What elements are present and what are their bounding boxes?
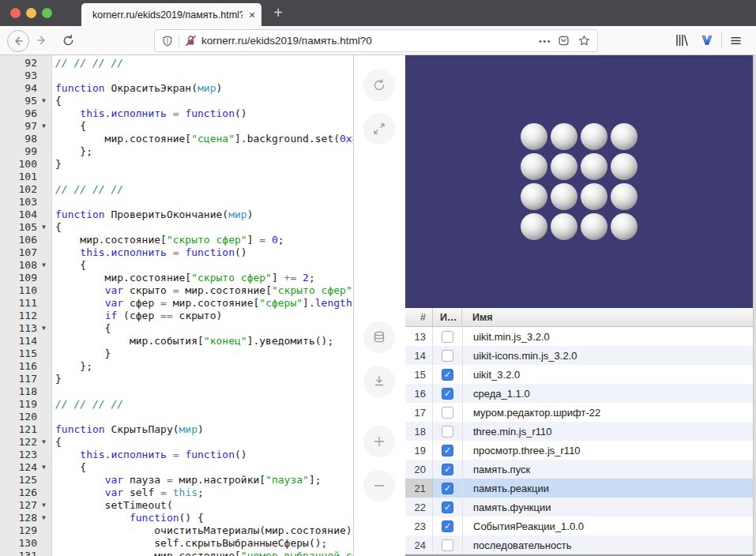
reload-button[interactable] — [58, 30, 78, 51]
scene[interactable] — [405, 55, 756, 308]
pocket-save-icon[interactable] — [557, 34, 570, 47]
checked-checkbox[interactable] — [442, 502, 453, 513]
fold-arrow-icon[interactable]: ▼ — [37, 259, 51, 272]
game-sphere[interactable] — [581, 123, 607, 150]
table-row[interactable]: 23СобытияРеакции_1.0.0 — [405, 517, 756, 535]
unchecked-checkbox[interactable] — [442, 407, 453, 419]
gutter-line[interactable]: 116 — [0, 360, 51, 373]
game-sphere[interactable] — [551, 213, 577, 240]
code-line[interactable]: this.исполнить = function() — [55, 449, 353, 461]
code-line[interactable]: очиститьМатериалы(мир.состояние); — [55, 524, 353, 537]
table-row[interactable]: 19просмотр.three.js_r110 — [405, 441, 756, 460]
gutter-line[interactable]: 118 — [0, 385, 51, 398]
game-sphere[interactable] — [521, 123, 547, 150]
game-sphere[interactable] — [611, 153, 638, 180]
gutter-line[interactable]: 94 — [0, 82, 51, 95]
download-button[interactable] — [363, 366, 395, 397]
gutter-line[interactable]: 123 — [0, 449, 51, 461]
code-line[interactable]: self.скрытьВыбранныеСферы(); — [55, 537, 353, 550]
window-scrollbar[interactable] — [753, 55, 756, 556]
game-sphere[interactable] — [551, 183, 577, 210]
game-sphere[interactable] — [551, 153, 577, 180]
code-line[interactable] — [55, 171, 353, 183]
gutter-line[interactable]: 105▼ — [0, 221, 51, 234]
gutter-line[interactable]: 120 — [0, 411, 51, 423]
new-tab-button[interactable]: + — [267, 2, 289, 24]
unchecked-checkbox[interactable] — [442, 539, 453, 551]
code-line[interactable]: { — [55, 95, 353, 107]
layers-database-button[interactable] — [363, 321, 395, 353]
header-name[interactable]: Имя — [462, 308, 756, 326]
checked-checkbox[interactable] — [442, 520, 453, 532]
code-line[interactable]: мир.состояние["сцена"].background.set(0x… — [55, 133, 353, 145]
bookmark-star-icon[interactable] — [577, 34, 591, 47]
url-bar[interactable]: kornerr.ru/ekids2019/память.html?0 ••• — [154, 29, 598, 52]
gutter-line[interactable]: 104 — [0, 208, 51, 221]
code-line[interactable]: function ПроверитьОкончание(мир) — [55, 208, 353, 221]
table-row[interactable]: 21память.реакции — [405, 479, 756, 498]
gutter-line[interactable]: 127▼ — [0, 499, 51, 512]
gutter-line[interactable]: 124▼ — [0, 461, 51, 474]
code-line[interactable]: var сфер = мир.состояние["сферы"].length… — [55, 297, 353, 310]
game-sphere[interactable] — [611, 183, 638, 210]
gutter-line[interactable]: 121 — [0, 423, 51, 436]
browser-tab[interactable]: kornerr.ru/ekids2019/память.html?0 × — [81, 3, 261, 26]
code-line[interactable]: // // // // — [55, 57, 353, 70]
table-row[interactable]: 22память.функции — [405, 498, 756, 517]
game-sphere[interactable] — [551, 123, 577, 150]
code-line[interactable] — [55, 70, 353, 82]
gutter-line[interactable]: 93 — [0, 70, 51, 82]
code-editor[interactable]: 92939495▼9697▼9899100101102103104105▼106… — [0, 55, 354, 556]
gutter-line[interactable]: 125 — [0, 474, 51, 486]
gutter-line[interactable]: 103 — [0, 196, 51, 208]
code-line[interactable]: this.исполнить = function() — [55, 107, 353, 120]
fold-arrow-icon[interactable]: ▼ — [37, 461, 51, 474]
code-line[interactable]: мир.состояние["скрыто сфер"] = 0; — [55, 234, 353, 246]
gutter-line[interactable]: 126 — [0, 486, 51, 499]
code-line[interactable]: { — [55, 436, 353, 449]
gutter-line[interactable]: 102 — [0, 183, 51, 196]
code-line[interactable]: var скрыто = мир.состояние["скрыто сфер"… — [55, 284, 353, 297]
header-used[interactable]: И… — [433, 308, 462, 326]
code-line[interactable]: if (сфер == скрыто) — [55, 310, 353, 322]
code-line[interactable]: // // // // — [55, 398, 353, 411]
fold-arrow-icon[interactable]: ▼ — [37, 221, 51, 234]
editor-code[interactable]: // // // //function ОкраситьЭкран(мир){ … — [55, 57, 353, 556]
extension-v-icon[interactable] — [700, 33, 714, 47]
code-line[interactable]: }; — [55, 360, 353, 373]
code-line[interactable]: { — [55, 120, 353, 133]
table-row[interactable]: 24последовательность — [405, 535, 756, 554]
fold-arrow-icon[interactable]: ▼ — [37, 499, 51, 512]
close-window-button[interactable] — [10, 8, 21, 18]
gutter-line[interactable]: 96 — [0, 107, 51, 120]
table-row[interactable]: 17муром.редактор.шрифт-22 — [405, 403, 756, 422]
gutter-line[interactable]: 109 — [0, 272, 51, 284]
fold-arrow-icon[interactable]: ▼ — [37, 512, 51, 524]
gutter-line[interactable]: 92 — [0, 57, 51, 70]
code-line[interactable]: function СкрытьПару(мир) — [55, 423, 353, 436]
gutter-line[interactable]: 113▼ — [0, 322, 51, 335]
gutter-line[interactable]: 114 — [0, 335, 51, 348]
gutter-line[interactable]: 97▼ — [0, 120, 51, 133]
forward-button[interactable] — [32, 30, 52, 51]
code-line[interactable]: // // // // — [55, 183, 353, 196]
url-text[interactable]: kornerr.ru/ekids2019/память.html?0 — [201, 35, 536, 47]
game-sphere[interactable] — [581, 213, 607, 240]
library-icon[interactable] — [674, 32, 690, 48]
code-line[interactable]: { — [55, 322, 353, 335]
fold-arrow-icon[interactable]: ▼ — [37, 120, 51, 133]
gutter-line[interactable]: 122▼ — [0, 436, 51, 449]
gutter-line[interactable]: 115 — [0, 348, 51, 360]
code-line[interactable]: } — [55, 373, 353, 385]
code-line[interactable]: this.исполнить = function() — [55, 246, 353, 259]
header-number[interactable]: # — [405, 308, 433, 326]
scene-reload-button[interactable] — [363, 70, 395, 101]
checked-checkbox[interactable] — [442, 369, 453, 381]
code-line[interactable]: var пауза = мир.настройки["пауза"]; — [55, 474, 353, 486]
minimize-window-button[interactable] — [26, 8, 36, 18]
back-button[interactable] — [7, 30, 29, 52]
tracking-shield-icon[interactable] — [161, 35, 174, 47]
gutter-line[interactable]: 131 — [0, 550, 51, 556]
code-line[interactable] — [55, 196, 353, 208]
page-actions-icon[interactable]: ••• — [539, 36, 551, 46]
